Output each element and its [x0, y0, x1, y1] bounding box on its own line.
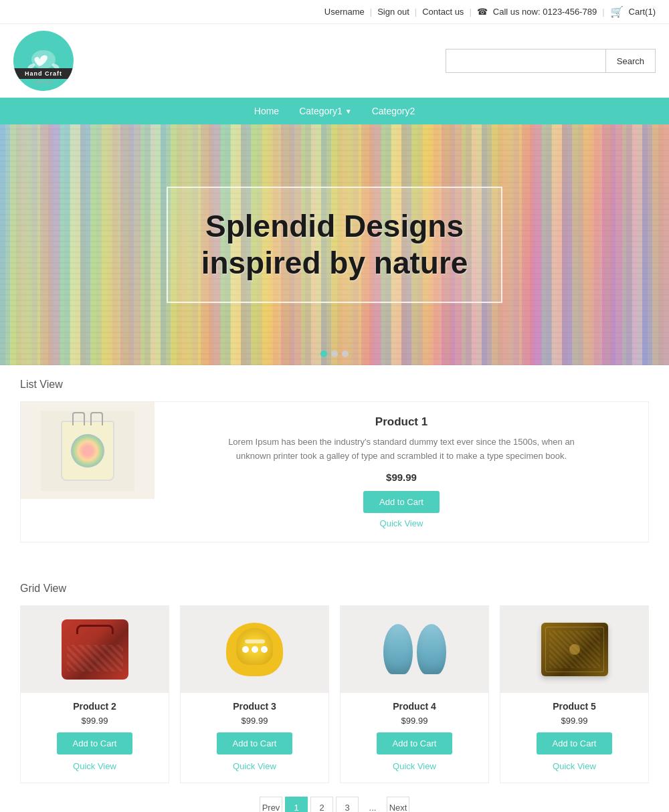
nav-item-category1[interactable]: Category1 ▼ [299, 106, 352, 116]
main-nav: Home Category1 ▼ Category2 [0, 98, 669, 124]
signout-link[interactable]: Sign out [377, 7, 409, 17]
product-1-info: Product 1 Lorem Ipsum has been the indus… [155, 402, 648, 542]
product-4-quick-view[interactable]: Quick View [393, 761, 436, 771]
product-5-add-to-cart[interactable]: Add to Cart [537, 732, 613, 754]
contact-link[interactable]: Contact us [422, 7, 464, 17]
hero-dot-2[interactable] [331, 350, 338, 357]
top-bar: Username | Sign out | Contact us | ☎ Cal… [0, 0, 669, 24]
tote-inner-design [71, 434, 104, 468]
logo-circle: Hand Craft with love [13, 31, 74, 91]
product-2-price: $99.99 [21, 716, 169, 726]
grid-item-product-2: Product 2 $99.99 Add to Cart Quick View [20, 605, 169, 783]
product-1-img-wrapper [41, 411, 134, 491]
product-3-add-to-cart[interactable]: Add to Cart [217, 732, 293, 754]
product-1-desc: Lorem Ipsum has been the industry's stan… [214, 435, 589, 464]
username-link[interactable]: Username [324, 7, 365, 17]
next-page-button[interactable]: Next [387, 797, 409, 812]
product-4-name: Product 4 [341, 701, 488, 712]
grid-item-product-3: Product 3 $99.99 Add to Cart Quick View [180, 605, 329, 783]
heart-box-illustration [221, 619, 288, 680]
header: Hand Craft with love Search [0, 24, 669, 98]
pagination-ellipsis: ... [361, 797, 384, 812]
hero-dot-1[interactable] [320, 350, 327, 357]
grid-view-section: Grid View Product 2 $99.99 Add to Cart Q… [0, 569, 669, 812]
product-3-name: Product 3 [181, 701, 328, 712]
list-view-section: List View Product 1 Lorem Ipsum has been… [0, 365, 669, 569]
product-1-image [21, 402, 155, 499]
list-view-title: List View [20, 379, 649, 391]
wooden-box-illustration [541, 623, 608, 676]
hero-title: Splendid Designs inspired by nature [201, 208, 468, 282]
product-3-image [181, 606, 328, 693]
slippers-illustration [383, 624, 446, 674]
logo[interactable]: Hand Craft with love [13, 31, 74, 91]
product-4-price: $99.99 [341, 716, 488, 726]
product-2-add-to-cart[interactable]: Add to Cart [57, 732, 133, 754]
hero-text-box: Splendid Designs inspired by nature [167, 187, 503, 303]
tote-bag-illustration [61, 421, 114, 481]
hero-dot-3[interactable] [342, 350, 349, 357]
product-5-price: $99.99 [500, 716, 648, 726]
search-input[interactable] [446, 49, 606, 73]
cart-icon: 🛒 [610, 5, 624, 18]
grid-item-product-4: Product 4 $99.99 Add to Cart Quick View [340, 605, 489, 783]
list-view-item: Product 1 Lorem Ipsum has been the indus… [20, 401, 649, 542]
prev-page-button[interactable]: Prev [260, 797, 282, 812]
product-1-quick-view[interactable]: Quick View [380, 518, 423, 528]
product-3-quick-view[interactable]: Quick View [233, 761, 276, 771]
grid-view-container: Product 2 $99.99 Add to Cart Quick View [20, 605, 649, 783]
product-1-add-to-cart[interactable]: Add to Cart [363, 491, 440, 513]
search-bar: Search [446, 49, 656, 73]
page-3-button[interactable]: 3 [336, 797, 359, 812]
logo-brand-name: Hand Craft [13, 68, 74, 79]
grid-view-title: Grid View [20, 583, 649, 595]
product-4-add-to-cart[interactable]: Add to Cart [377, 732, 453, 754]
chevron-down-icon: ▼ [345, 108, 352, 115]
nav-item-category2[interactable]: Category2 [372, 106, 415, 116]
phone-icon: ☎ [477, 7, 488, 17]
nav-item-home[interactable]: Home [254, 106, 279, 116]
pagination: Prev 1 2 3 ... Next [20, 797, 649, 812]
logo-tagline: with love [13, 80, 74, 84]
product-1-name: Product 1 [375, 415, 427, 429]
handbag-illustration [62, 619, 128, 680]
product-2-quick-view[interactable]: Quick View [73, 761, 116, 771]
cart-link[interactable]: Cart(1) [629, 7, 656, 17]
phone-text: Call us now: 0123-456-789 [493, 7, 597, 17]
product-3-price: $99.99 [181, 716, 328, 726]
product-4-image [341, 606, 488, 693]
product-5-name: Product 5 [500, 701, 648, 712]
hero-dots [320, 350, 349, 357]
grid-item-product-5: Product 5 $99.99 Add to Cart Quick View [500, 605, 649, 783]
hero-banner: Splendid Designs inspired by nature [0, 124, 669, 365]
product-1-price: $99.99 [386, 472, 417, 483]
product-2-name: Product 2 [21, 701, 169, 712]
product-2-image [21, 606, 169, 693]
product-5-image [500, 606, 648, 693]
page-1-button[interactable]: 1 [285, 797, 308, 812]
search-button[interactable]: Search [606, 49, 656, 73]
product-5-quick-view[interactable]: Quick View [553, 761, 596, 771]
page-2-button[interactable]: 2 [310, 797, 333, 812]
